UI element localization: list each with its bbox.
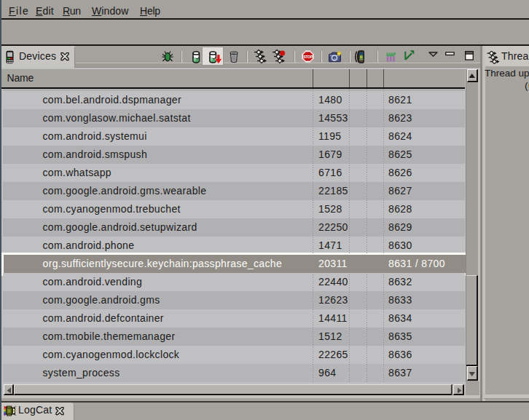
- svg-text:STOP: STOP: [303, 55, 313, 59]
